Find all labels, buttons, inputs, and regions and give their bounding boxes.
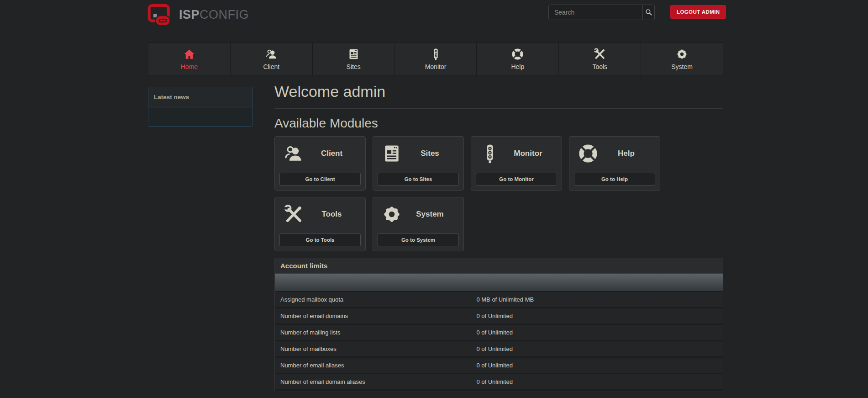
limit-value: 0 of Unlimited xyxy=(476,374,723,389)
nav-item-system[interactable]: System xyxy=(641,43,723,75)
logo-text: ISPCONFIG xyxy=(179,8,249,22)
main-navigation: Home Client Sites Monitor Help Tools Sys… xyxy=(148,42,723,75)
module-card-system: System Go to System xyxy=(373,197,464,251)
table-row: Number of email aliases 0 of Unlimited xyxy=(275,358,723,374)
limit-label: Assigned mailbox quota xyxy=(275,292,476,307)
search-icon xyxy=(644,8,653,17)
logout-button[interactable]: LOGOUT ADMIN xyxy=(670,5,726,19)
go-to-tools-button[interactable]: Go to Tools xyxy=(279,233,361,246)
gear-icon xyxy=(676,48,688,60)
home-icon xyxy=(183,48,195,60)
module-card-sites: Sites Go to Sites xyxy=(373,136,464,191)
limit-label: Number of email domains xyxy=(275,308,476,324)
nav-item-monitor[interactable]: Monitor xyxy=(395,43,477,75)
go-to-monitor-button[interactable]: Go to Monitor xyxy=(476,173,557,186)
limit-value: 0 of Unlimited xyxy=(476,358,723,373)
limit-value: 0 of Unlimited xyxy=(476,308,723,324)
gear-icon xyxy=(382,204,402,224)
limit-value: 0 MB of Unlimited MB xyxy=(476,292,723,307)
nav-item-help[interactable]: Help xyxy=(477,43,559,75)
sidebar: Latest news xyxy=(148,87,253,127)
limit-value: 0 of Unlimited xyxy=(476,341,723,356)
limit-label: Number of email domain aliases xyxy=(275,374,476,389)
newspaper-icon xyxy=(382,143,402,164)
ispconfig-logo[interactable]: ISPCONFIG xyxy=(147,4,249,26)
limit-label: Number of mailing lists xyxy=(275,325,476,340)
module-card-help: Help Go to Help xyxy=(569,136,660,191)
module-cards: Client Go to Client Sites Go to Sites Mo… xyxy=(274,136,676,251)
module-card-title: Help xyxy=(598,149,654,158)
limit-label: Number of mailboxes xyxy=(275,341,476,356)
search-group xyxy=(548,5,655,20)
module-card-monitor: Monitor Go to Monitor xyxy=(471,136,562,191)
users-icon xyxy=(284,143,304,164)
main-content: Welcome admin Available Modules Client G… xyxy=(274,75,723,391)
page-title: Welcome admin xyxy=(274,75,723,109)
users-icon xyxy=(265,48,278,60)
module-card-title: Tools xyxy=(304,210,360,219)
go-to-system-button[interactable]: Go to System xyxy=(378,233,459,246)
tools-icon xyxy=(594,48,606,60)
module-card-tools: Tools Go to Tools xyxy=(274,197,366,251)
module-card-title: Monitor xyxy=(500,149,556,158)
table-row: Number of email domains 0 of Unlimited xyxy=(275,308,723,325)
module-card-title: System xyxy=(402,210,458,219)
search-button[interactable] xyxy=(642,5,654,20)
nav-item-sites[interactable]: Sites xyxy=(313,43,395,75)
latest-news-header: Latest news xyxy=(148,87,252,107)
limit-label: Number of email aliases xyxy=(275,358,476,373)
search-input[interactable] xyxy=(549,5,642,20)
go-to-help-button[interactable]: Go to Help xyxy=(574,173,655,186)
table-row: Number of mailing lists 0 of Unlimited xyxy=(275,325,723,341)
nav-item-tools[interactable]: Tools xyxy=(559,43,641,75)
tools-icon xyxy=(284,204,304,224)
modules-title: Available Modules xyxy=(274,116,723,131)
module-card-title: Client xyxy=(304,149,360,158)
limit-value: 0 of Unlimited xyxy=(476,325,723,340)
ispconfig-logo-icon xyxy=(147,4,174,26)
account-limits-title: Account limits xyxy=(275,258,723,274)
life-ring-icon xyxy=(578,143,598,164)
go-to-sites-button[interactable]: Go to Sites xyxy=(378,173,459,186)
newspaper-icon xyxy=(347,48,360,60)
module-card-title: Sites xyxy=(402,149,458,158)
nav-item-home[interactable]: Home xyxy=(148,43,231,75)
module-card-client: Client Go to Client xyxy=(274,136,366,191)
account-limits-table-header xyxy=(275,274,723,292)
account-limits-panel: Account limits Assigned mailbox quota 0 … xyxy=(274,258,723,391)
table-row: Number of mailboxes 0 of Unlimited xyxy=(275,341,723,358)
traffic-light-icon xyxy=(430,48,442,60)
go-to-client-button[interactable]: Go to Client xyxy=(279,173,361,186)
table-row: Assigned mailbox quota 0 MB of Unlimited… xyxy=(275,292,723,308)
app-header: ISPCONFIG LOGOUT ADMIN xyxy=(0,0,868,42)
table-row: Number of email domain aliases 0 of Unli… xyxy=(275,374,723,391)
life-ring-icon xyxy=(511,48,524,60)
latest-news-body xyxy=(148,107,252,126)
traffic-light-icon xyxy=(480,143,500,164)
nav-item-client[interactable]: Client xyxy=(231,43,313,75)
